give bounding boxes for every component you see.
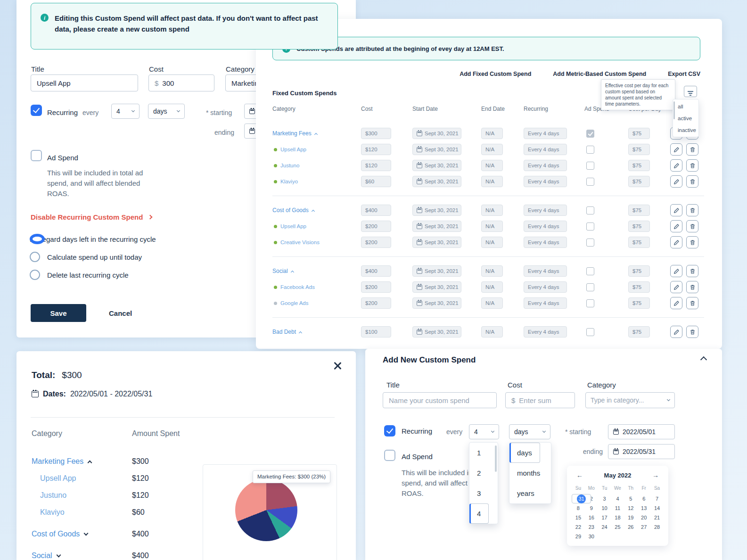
ending-date-button[interactable]: 2022/05/31	[608, 444, 675, 459]
calendar-day[interactable]: 9	[585, 503, 598, 513]
category-link[interactable]: Klaviyo	[280, 179, 298, 184]
ad-spend-checkbox[interactable]	[31, 150, 42, 161]
chevron-down-icon[interactable]	[56, 553, 61, 558]
export-csv-link[interactable]: Export CSV	[668, 71, 700, 77]
category-link[interactable]: Upsell App	[40, 474, 76, 483]
ad-spend-checkbox[interactable]	[586, 299, 594, 307]
recurring-checkbox[interactable]	[384, 425, 395, 436]
edit-button[interactable]	[670, 236, 682, 248]
interval-select[interactable]: 4	[111, 104, 140, 119]
spend-pie-chart[interactable]	[235, 479, 297, 541]
cost-value-input[interactable]	[162, 79, 200, 87]
edit-button[interactable]	[670, 204, 682, 216]
category-link[interactable]: Justuno	[280, 163, 299, 168]
calendar-day[interactable]: 6	[637, 494, 650, 503]
close-icon[interactable]	[331, 360, 344, 372]
unit-option-years[interactable]: years	[509, 483, 551, 503]
delete-button[interactable]	[686, 175, 698, 188]
interval-select[interactable]: 4	[469, 424, 499, 439]
category-link[interactable]: Upsell App	[280, 147, 306, 152]
edit-button[interactable]	[670, 265, 682, 277]
delete-button[interactable]	[686, 281, 698, 293]
recurring-checkbox[interactable]	[31, 105, 42, 116]
ad-spend-checkbox[interactable]	[586, 283, 594, 291]
edit-button[interactable]	[670, 143, 682, 156]
chevron-up-icon[interactable]	[88, 460, 92, 465]
calendar-day[interactable]: 17	[598, 513, 611, 522]
interval-option-1[interactable]: 1	[469, 443, 498, 463]
calendar-day[interactable]: 29	[572, 532, 585, 541]
calendar-day[interactable]: 25	[611, 522, 624, 532]
category-link[interactable]: Creative Visions	[280, 239, 320, 245]
calendar-day[interactable]: 18	[611, 513, 624, 522]
ad-spend-checkbox[interactable]	[586, 162, 594, 170]
chevron-down-icon[interactable]	[84, 531, 89, 536]
calendar-day[interactable]: 14	[650, 503, 664, 513]
cost-input[interactable]: $	[505, 392, 575, 408]
title-input[interactable]	[31, 74, 138, 91]
edit-button[interactable]	[670, 297, 682, 309]
chevron-up-icon[interactable]	[291, 270, 294, 273]
save-button[interactable]: Save	[31, 304, 86, 322]
category-link[interactable]: Marketing Fees	[272, 130, 312, 137]
interval-option-3[interactable]: 3	[469, 483, 498, 503]
calendar-day[interactable]: 5	[624, 494, 637, 503]
edit-button[interactable]	[670, 281, 682, 293]
prev-month-icon[interactable]: ←	[576, 471, 583, 479]
edit-button[interactable]	[670, 326, 682, 338]
category-link[interactable]: Social	[272, 268, 288, 274]
edit-button[interactable]	[670, 159, 682, 172]
delete-button[interactable]	[686, 297, 698, 309]
radio-option[interactable]: Delete last recurring cycle	[30, 266, 156, 284]
starting-date-button[interactable]: 2022/05/01	[608, 424, 675, 439]
delete-button[interactable]	[686, 143, 698, 156]
category-link[interactable]: Facebook Ads	[280, 284, 315, 290]
category-link[interactable]: Klaviyo	[40, 508, 65, 517]
calendar-day[interactable]: 7	[650, 494, 664, 503]
category-link[interactable]: Bad Debt	[272, 329, 296, 335]
ad-spend-checkbox[interactable]	[586, 146, 594, 154]
radio-circle[interactable]	[30, 234, 45, 244]
chevron-up-icon[interactable]	[299, 331, 302, 334]
category-link[interactable]: Cost of Goods	[32, 530, 80, 538]
edit-button[interactable]	[670, 220, 682, 232]
radio-option[interactable]: Calculate spend up until today	[30, 248, 156, 266]
cost-input[interactable]: $	[148, 74, 214, 91]
chevron-up-icon[interactable]	[314, 132, 318, 136]
unit-option-days[interactable]: days	[509, 443, 540, 463]
radio-option[interactable]: Disregard days left in the recurring cyc…	[30, 230, 156, 248]
category-link[interactable]: Upsell App	[280, 223, 306, 229]
cost-value-input[interactable]	[519, 396, 557, 404]
scrollbar-thumb[interactable]	[495, 445, 497, 472]
ad-spend-checkbox[interactable]	[586, 206, 594, 214]
calendar-day[interactable]: 11	[611, 503, 624, 513]
unit-select[interactable]: days	[148, 104, 185, 119]
filter-button[interactable]	[684, 86, 697, 97]
calendar-day[interactable]: 4	[611, 494, 624, 503]
cancel-button[interactable]: Cancel	[109, 304, 132, 322]
ad-spend-checkbox[interactable]	[586, 267, 594, 275]
unit-select[interactable]: days	[509, 424, 550, 439]
radio-circle[interactable]	[30, 252, 40, 262]
delete-button[interactable]	[686, 159, 698, 172]
edit-button[interactable]	[670, 175, 682, 188]
delete-button[interactable]	[686, 236, 698, 248]
category-link[interactable]: Social	[32, 552, 52, 560]
calendar-day[interactable]: 3	[598, 494, 611, 503]
calendar-day[interactable]: 15	[572, 513, 585, 522]
calendar-day[interactable]: 13	[637, 503, 650, 513]
calendar-day[interactable]: 21	[650, 513, 664, 522]
interval-option-2[interactable]: 2	[469, 463, 498, 483]
add-metric-custom-spend-link[interactable]: Add Metric-Based Custom Spend	[553, 71, 646, 77]
delete-button[interactable]	[686, 204, 698, 216]
radio-circle[interactable]	[30, 270, 40, 280]
calendar-day[interactable]: 27	[637, 522, 650, 532]
ad-spend-checkbox[interactable]	[586, 178, 594, 186]
filter-option-inactive[interactable]: inactive	[673, 124, 698, 136]
category-link[interactable]: Google Ads	[280, 300, 308, 306]
delete-button[interactable]	[686, 265, 698, 277]
calendar-day[interactable]: 22	[572, 522, 585, 532]
ad-spend-checkbox[interactable]	[586, 328, 594, 336]
filter-option-all[interactable]: all	[673, 100, 698, 112]
chevron-up-icon[interactable]	[312, 209, 315, 213]
